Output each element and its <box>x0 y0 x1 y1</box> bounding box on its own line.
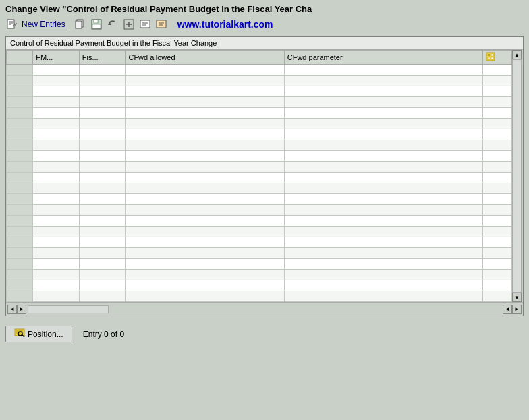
row-selector <box>7 270 33 280</box>
row-selector <box>7 227 33 237</box>
other-icon-3[interactable] <box>155 18 168 31</box>
row-selector <box>7 291 33 302</box>
new-entries-icon <box>5 18 19 31</box>
table-row <box>7 237 512 248</box>
row-selector <box>7 151 33 162</box>
row-selector <box>7 183 33 194</box>
h-scroll-right-right-btn2[interactable]: ► <box>512 305 522 314</box>
svg-rect-18 <box>488 54 490 56</box>
entry-info: Entry 0 of 0 <box>83 330 124 339</box>
watermark: www.tutorialkart.com <box>177 19 273 30</box>
vertical-scrollbar[interactable]: ▲ ▼ <box>512 50 523 302</box>
row-selector <box>7 259 33 270</box>
row-selector <box>7 194 33 205</box>
table-row <box>7 119 512 129</box>
table-header-row: FM... Fis... CFwd allowed CFwd parameter <box>7 51 512 65</box>
table-row <box>7 259 512 270</box>
row-selector <box>7 97 33 108</box>
table-row <box>7 173 512 183</box>
row-selector <box>7 216 33 227</box>
table-body <box>7 65 512 302</box>
table-row <box>7 129 512 140</box>
footer: Position... Entry 0 of 0 <box>0 319 529 349</box>
cell-fis[interactable] <box>79 65 126 76</box>
row-selector <box>7 76 33 86</box>
cell-fm[interactable] <box>33 65 80 76</box>
col-header-settings[interactable] <box>482 51 511 65</box>
table-row <box>7 108 512 119</box>
other-icon-1[interactable] <box>122 18 136 31</box>
h-scroll-left-btn[interactable]: ◄ <box>7 305 17 314</box>
h-scroll-right-btn[interactable]: ► <box>17 305 26 314</box>
copy-icon[interactable] <box>74 18 87 31</box>
position-button[interactable]: Position... <box>5 326 72 342</box>
table-row <box>7 97 512 108</box>
table-container: FM... Fis... CFwd allowed CFwd parameter <box>6 50 523 302</box>
row-selector <box>7 119 33 129</box>
svg-rect-19 <box>491 54 493 56</box>
col-header-cfwd-allowed: CFwd allowed <box>126 51 284 65</box>
row-selector <box>7 162 33 173</box>
row-selector <box>7 280 33 291</box>
table-row <box>7 194 512 205</box>
h-scroll-right-left-btn2[interactable]: ◄ <box>503 305 512 314</box>
table-row <box>7 65 512 76</box>
position-icon <box>14 328 25 340</box>
row-selector <box>7 86 33 97</box>
row-selector <box>7 65 33 76</box>
table-row <box>7 291 512 302</box>
table-row <box>7 162 512 173</box>
scroll-down-button[interactable]: ▼ <box>512 293 522 302</box>
row-selector <box>7 129 33 140</box>
table-row <box>7 205 512 216</box>
scroll-up-button[interactable]: ▲ <box>512 50 522 59</box>
table-wrapper: FM... Fis... CFwd allowed CFwd parameter <box>6 50 512 302</box>
cell-settings <box>482 65 511 76</box>
table-row <box>7 280 512 291</box>
data-table: FM... Fis... CFwd allowed CFwd parameter <box>6 50 512 302</box>
new-entries-label[interactable]: New Entries <box>22 20 65 29</box>
main-content: Control of Residual Payment Budget in th… <box>5 36 524 316</box>
undo-icon[interactable] <box>106 18 119 31</box>
scroll-track-vertical[interactable] <box>512 59 522 293</box>
row-selector <box>7 205 33 216</box>
save-icon[interactable] <box>90 18 103 31</box>
row-selector <box>7 108 33 119</box>
col-header-check <box>7 51 33 65</box>
svg-rect-7 <box>94 20 98 23</box>
toolbar: New Entries <box>0 16 529 34</box>
row-selector <box>7 173 33 183</box>
row-selector <box>7 248 33 259</box>
title-text: Change View "Control of Residual Payment… <box>5 4 312 14</box>
row-selector <box>7 237 33 248</box>
table-row <box>7 183 512 194</box>
col-header-cfwd-param: CFwd parameter <box>284 51 482 65</box>
table-row <box>7 86 512 97</box>
svg-rect-14 <box>157 20 166 28</box>
h-scroll-track[interactable] <box>28 305 109 313</box>
col-header-fm: FM... <box>33 51 80 65</box>
table-row <box>7 227 512 237</box>
col-header-fis: Fis... <box>79 51 126 65</box>
panel: Control of Residual Payment Budget in th… <box>5 36 524 316</box>
panel-title: Control of Residual Payment Budget in th… <box>6 37 523 50</box>
table-row <box>7 216 512 227</box>
svg-rect-11 <box>140 20 150 28</box>
table-row <box>7 140 512 151</box>
bottom-bar: ◄ ► ◄ ► <box>6 302 523 316</box>
svg-rect-22 <box>15 329 24 336</box>
svg-rect-8 <box>92 24 101 28</box>
svg-rect-21 <box>491 57 493 59</box>
row-selector <box>7 140 33 151</box>
cell-cfwd-allowed[interactable] <box>126 65 284 76</box>
position-button-label: Position... <box>28 330 63 339</box>
svg-rect-20 <box>488 57 490 59</box>
title-bar: Change View "Control of Residual Payment… <box>0 0 529 16</box>
svg-rect-5 <box>76 21 82 28</box>
table-row <box>7 248 512 259</box>
other-icon-2[interactable] <box>138 18 152 31</box>
table-row <box>7 151 512 162</box>
table-row <box>7 270 512 280</box>
cell-cfwd-param[interactable] <box>284 65 482 76</box>
table-row <box>7 76 512 86</box>
